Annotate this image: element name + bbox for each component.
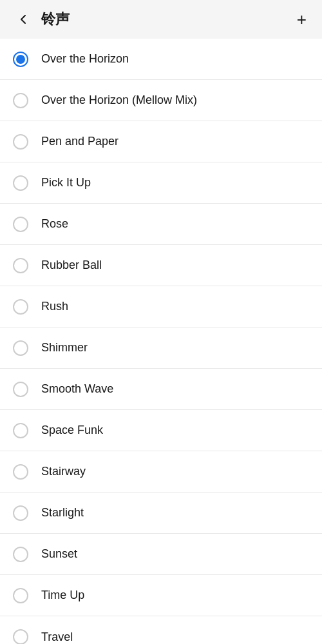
ringtone-item-rush[interactable]: Rush <box>0 286 322 327</box>
add-icon: + <box>297 11 307 28</box>
ringtone-label-space-funk: Space Funk <box>41 424 103 437</box>
radio-space-funk <box>13 423 28 438</box>
ringtone-label-rubber-ball: Rubber Ball <box>41 259 102 272</box>
ringtone-label-stairway: Stairway <box>41 465 86 478</box>
ringtone-label-starlight: Starlight <box>41 506 84 520</box>
header: 铃声 + <box>0 0 322 39</box>
radio-rush <box>13 299 28 315</box>
radio-over-horizon-mellow <box>13 93 28 108</box>
radio-over-horizon <box>13 52 28 67</box>
ringtone-item-sunset[interactable]: Sunset <box>0 534 322 575</box>
ringtone-item-pick-it-up[interactable]: Pick It Up <box>0 162 322 204</box>
ringtone-item-travel[interactable]: Travel <box>0 616 322 644</box>
radio-travel <box>13 629 28 644</box>
radio-pen-and-paper <box>13 134 28 150</box>
ringtone-label-travel: Travel <box>41 630 73 644</box>
radio-sunset <box>13 547 28 562</box>
ringtone-label-pen-and-paper: Pen and Paper <box>41 135 118 148</box>
ringtone-label-over-horizon-mellow: Over the Horizon (Mellow Mix) <box>41 93 197 107</box>
ringtone-label-sunset: Sunset <box>41 547 77 561</box>
ringtone-item-rose[interactable]: Rose <box>0 204 322 245</box>
radio-pick-it-up <box>13 175 28 191</box>
radio-rose <box>13 217 28 232</box>
ringtone-label-pick-it-up: Pick It Up <box>41 176 91 190</box>
ringtone-label-rose: Rose <box>41 217 68 231</box>
back-button[interactable] <box>13 9 33 30</box>
ringtone-item-time-up[interactable]: Time Up <box>0 575 322 616</box>
ringtone-item-space-funk[interactable]: Space Funk <box>0 410 322 451</box>
ringtone-item-stairway[interactable]: Stairway <box>0 451 322 493</box>
radio-shimmer <box>13 340 28 356</box>
ringtone-list: Over the HorizonOver the Horizon (Mellow… <box>0 39 322 644</box>
ringtone-item-starlight[interactable]: Starlight <box>0 493 322 534</box>
radio-starlight <box>13 505 28 521</box>
radio-stairway <box>13 464 28 480</box>
ringtone-label-rush: Rush <box>41 300 68 313</box>
page-title: 铃声 <box>41 10 70 29</box>
ringtone-item-smooth-wave[interactable]: Smooth Wave <box>0 369 322 410</box>
ringtone-item-over-horizon[interactable]: Over the Horizon <box>0 39 322 80</box>
radio-rubber-ball <box>13 258 28 273</box>
radio-time-up <box>13 588 28 603</box>
ringtone-label-shimmer: Shimmer <box>41 341 88 355</box>
ringtone-label-smooth-wave: Smooth Wave <box>41 382 113 396</box>
ringtone-item-pen-and-paper[interactable]: Pen and Paper <box>0 121 322 162</box>
ringtone-label-over-horizon: Over the Horizon <box>41 52 129 66</box>
ringtone-item-rubber-ball[interactable]: Rubber Ball <box>0 245 322 286</box>
ringtone-item-over-horizon-mellow[interactable]: Over the Horizon (Mellow Mix) <box>0 80 322 121</box>
ringtone-item-shimmer[interactable]: Shimmer <box>0 327 322 369</box>
ringtone-label-time-up: Time Up <box>41 589 84 602</box>
radio-smooth-wave <box>13 382 28 397</box>
add-button[interactable]: + <box>294 8 309 30</box>
